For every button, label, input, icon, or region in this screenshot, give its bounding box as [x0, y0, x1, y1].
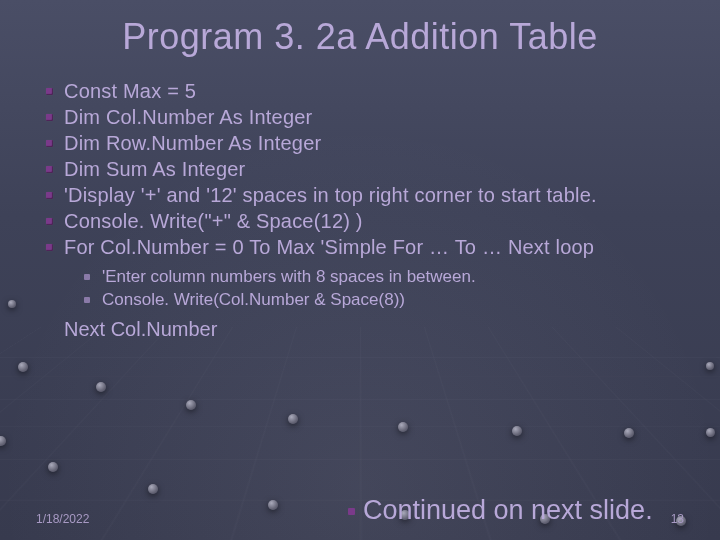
code-line-next: Next Col.Number	[64, 318, 684, 341]
slide-title: Program 3. 2a Addition Table	[36, 0, 684, 58]
bullet-icon	[348, 508, 355, 515]
page-number: 13	[671, 512, 684, 526]
continued-label: Continued on next slide.	[363, 495, 653, 525]
list-item: 'Enter column numbers with 8 spaces in b…	[84, 266, 684, 289]
list-item: 'Display '+' and '12' spaces in top righ…	[46, 182, 684, 208]
list-item: Dim Sum As Integer	[46, 156, 684, 182]
list-item: Dim Row.Number As Integer	[46, 130, 684, 156]
code-list: Const Max = 5 Dim Col.Number As Integer …	[46, 78, 684, 260]
list-item: Console. Write("+" & Space(12) )	[46, 208, 684, 234]
footer-date: 1/18/2022	[36, 512, 89, 526]
list-item: Console. Write(Col.Number & Space(8))	[84, 289, 684, 312]
list-item: Const Max = 5	[46, 78, 684, 104]
list-item: For Col.Number = 0 To Max 'Simple For … …	[46, 234, 684, 260]
continued-text: Continued on next slide.	[348, 495, 653, 526]
list-item: Dim Col.Number As Integer	[46, 104, 684, 130]
sub-code-list: 'Enter column numbers with 8 spaces in b…	[84, 266, 684, 312]
